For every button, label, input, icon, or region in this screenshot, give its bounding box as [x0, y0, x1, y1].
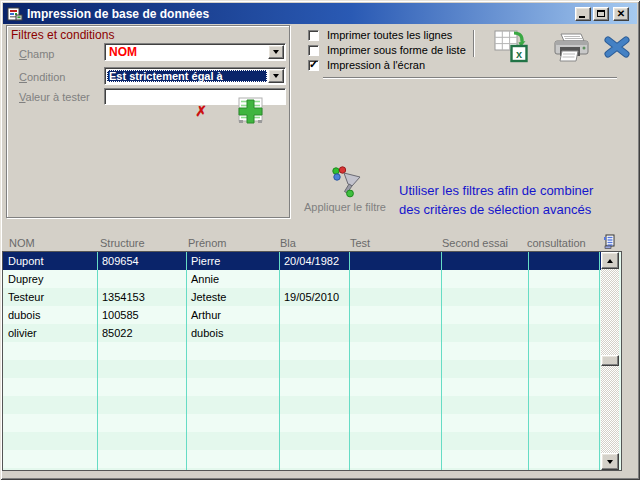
- checkbox[interactable]: [308, 45, 319, 56]
- table-cell[interactable]: [349, 306, 440, 324]
- table-cell[interactable]: [528, 324, 600, 342]
- dialog-window: Impression de base de données ✕ Filtres …: [0, 0, 640, 480]
- minimize-button[interactable]: [575, 7, 591, 21]
- table-cell[interactable]: [528, 270, 600, 288]
- add-filter-button[interactable]: [234, 97, 264, 124]
- table-cell[interactable]: [528, 306, 600, 324]
- column-gridline: [186, 252, 187, 470]
- column-header-consultation: consultation: [527, 237, 586, 249]
- table-cell[interactable]: [441, 324, 527, 342]
- option-print-all-lines[interactable]: Imprimer toutes les lignes: [308, 28, 452, 42]
- table-row[interactable]: dubois100585Arthur: [3, 306, 601, 324]
- excel-x-glyph: x: [516, 48, 523, 60]
- option-print-as-list[interactable]: Imprimer sous forme de liste: [308, 43, 466, 57]
- table-cell[interactable]: olivier: [3, 324, 96, 342]
- column-gridline: [349, 252, 350, 470]
- remove-filter-button[interactable]: ✗: [193, 104, 209, 120]
- table-row[interactable]: Testeur1354153Jeteste19/05/2010: [3, 288, 601, 306]
- check-icon: ✓: [309, 58, 318, 71]
- column-gridline: [279, 252, 280, 470]
- checkbox-label[interactable]: Impression à l'écran: [327, 59, 425, 71]
- blue-x-icon: [608, 40, 626, 54]
- table-cell[interactable]: [441, 252, 527, 270]
- data-grid: Dupont809654Pierre20/04/1982DupreyAnnieT…: [2, 251, 622, 471]
- champ-dropdown-button[interactable]: [268, 45, 284, 59]
- app-icon: [7, 6, 23, 22]
- checkbox-label[interactable]: Imprimer sous forme de liste: [327, 44, 466, 56]
- close-button[interactable]: ✕: [613, 7, 629, 21]
- table-cell[interactable]: 20/04/1982: [279, 252, 348, 270]
- condition-dropdown-button[interactable]: [268, 69, 284, 83]
- apply-filter-button[interactable]: Appliquer le filtre: [298, 166, 392, 216]
- table-cell[interactable]: dubois: [3, 306, 96, 324]
- funnel-icon: [328, 166, 362, 200]
- table-cell[interactable]: [279, 270, 348, 288]
- column-header-second-essai: Second essai: [442, 237, 508, 249]
- table-cell[interactable]: Jeteste: [186, 288, 278, 306]
- vertical-separator: [473, 30, 475, 57]
- scroll-down-button[interactable]: [601, 453, 619, 470]
- minimize-icon: [579, 16, 585, 18]
- table-cell[interactable]: dubois: [186, 324, 278, 342]
- table-cell[interactable]: [349, 324, 440, 342]
- column-header-test: Test: [350, 237, 370, 249]
- print-button[interactable]: [552, 33, 590, 63]
- cancel-button[interactable]: [604, 36, 630, 58]
- table-cell[interactable]: [349, 270, 440, 288]
- table-cell[interactable]: 100585: [97, 306, 185, 324]
- table-cell[interactable]: 19/05/2010: [279, 288, 348, 306]
- table-row[interactable]: Dupont809654Pierre20/04/1982: [3, 252, 601, 270]
- table-cell[interactable]: 1354153: [97, 288, 185, 306]
- checkbox-label[interactable]: Imprimer toutes les lignes: [327, 29, 452, 41]
- vertical-scrollbar[interactable]: [601, 252, 619, 470]
- table-cell[interactable]: [349, 252, 440, 270]
- maximize-button[interactable]: [593, 7, 609, 21]
- scrollbar-thumb[interactable]: [601, 355, 619, 366]
- table-row[interactable]: DupreyAnnie: [3, 270, 601, 288]
- table-body[interactable]: Dupont809654Pierre20/04/1982DupreyAnnieT…: [3, 252, 601, 470]
- table-cell[interactable]: [279, 306, 348, 324]
- table-cell[interactable]: Testeur: [3, 288, 96, 306]
- grid-header: NOM Structure Prénom Bla Test Second ess…: [2, 236, 620, 251]
- table-cell[interactable]: 809654: [97, 252, 185, 270]
- close-icon: ✕: [617, 9, 625, 19]
- scroll-up-button[interactable]: [601, 252, 619, 269]
- condition-value: Est strictement égal à: [107, 70, 267, 82]
- hint-line-2: des critères de sélection avancés: [399, 200, 637, 219]
- table-cell[interactable]: [528, 288, 600, 306]
- table-cell[interactable]: Dupont: [3, 252, 96, 270]
- table-cell[interactable]: Annie: [186, 270, 278, 288]
- excel-export-button[interactable]: x: [494, 30, 528, 63]
- valeur-label: Valeur à tester: [19, 91, 90, 103]
- column-gridline: [528, 252, 529, 470]
- table-cell[interactable]: [528, 252, 600, 270]
- champ-dropdown[interactable]: NOM: [104, 43, 286, 61]
- column-header-prenom: Prénom: [188, 237, 227, 249]
- condition-dropdown[interactable]: Est strictement égal à: [104, 67, 286, 85]
- table-cell[interactable]: [279, 324, 348, 342]
- column-gridline: [97, 252, 98, 470]
- column-picker-icon[interactable]: [603, 234, 615, 250]
- champ-value: NOM: [107, 46, 267, 58]
- window-title: Impression de base de données: [27, 7, 573, 21]
- champ-label: Champ: [19, 48, 54, 60]
- option-print-to-screen[interactable]: ✓ Impression à l'écran: [308, 58, 425, 72]
- table-cell[interactable]: [349, 288, 440, 306]
- checkbox[interactable]: ✓: [308, 60, 319, 71]
- table-cell[interactable]: [441, 270, 527, 288]
- table-cell[interactable]: Duprey: [3, 270, 96, 288]
- hint-line-1: Utiliser les filtres afin de combiner: [399, 181, 637, 200]
- table-cell[interactable]: 85022: [97, 324, 185, 342]
- table-cell[interactable]: [441, 306, 527, 324]
- filters-hint-text: Utiliser les filtres afin de combiner de…: [399, 181, 637, 219]
- table-cell[interactable]: Arthur: [186, 306, 278, 324]
- table-cell[interactable]: [441, 288, 527, 306]
- horizontal-separator: [323, 77, 617, 79]
- column-header-structure: Structure: [100, 237, 145, 249]
- checkbox[interactable]: [308, 30, 319, 41]
- column-header-nom: NOM: [9, 237, 35, 249]
- table-cell[interactable]: Pierre: [186, 252, 278, 270]
- column-header-bla: Bla: [280, 237, 296, 249]
- table-row[interactable]: olivier85022dubois: [3, 324, 601, 342]
- table-cell[interactable]: [97, 270, 185, 288]
